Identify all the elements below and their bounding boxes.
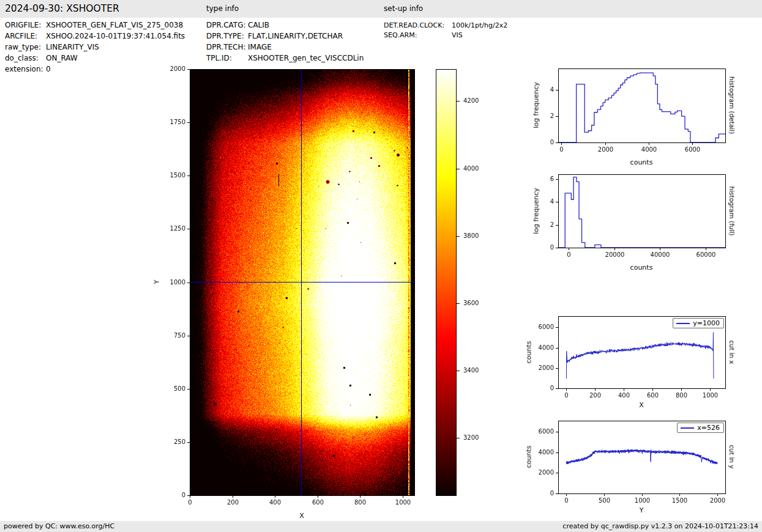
legend-label: y=1000 [693, 319, 720, 327]
field-label: ARCFILE: [5, 32, 37, 40]
field-label: extension: [5, 65, 43, 73]
field-label: DPR.TECH: [206, 43, 246, 51]
file-info-row: ARCFILE:XSHOO.2024-10-01T19:37:41.054.fi… [5, 32, 37, 40]
ccd-image-plot [159, 61, 422, 517]
legend-line-swatch [676, 323, 690, 324]
main-y-axis-label: Y [153, 280, 161, 284]
file-info-row: do_class:ON_RAW [5, 54, 39, 62]
field-value: 100k/1pt/hg/2x2 [452, 21, 507, 29]
cut-y-y-label: counts [525, 446, 533, 468]
type-info-row: DPR.CATG:CALIB [206, 21, 246, 29]
legend-label: x=526 [697, 424, 720, 432]
file-info-row: ORIGFILE:XSHOOTER_GEN_FLAT_VIS_275_0038 [5, 21, 41, 29]
cut-in-x-plot [526, 309, 762, 410]
cut-x-legend: y=1000 [673, 318, 724, 328]
cut-y-x-label: Y [640, 506, 644, 514]
qc-report-page: 2024-09-30: XSHOOTER type info set-up in… [0, 0, 762, 532]
field-value: FLAT,LINEARITY,DETCHAR [248, 32, 343, 40]
field-label: DET.READ.CLOCK: [384, 21, 444, 29]
field-value: XSHOO.2024-10-01T19:37:41.054.fits [46, 32, 185, 40]
main-x-axis-label: X [299, 512, 304, 520]
field-label: do_class: [5, 54, 39, 62]
colorbar [428, 61, 496, 517]
field-value: XSHOOTER_GEN_FLAT_VIS_275_0038 [46, 21, 183, 29]
field-label: SEQ.ARM: [384, 31, 417, 39]
hist-detail-x-label: counts [630, 158, 653, 166]
footer-bar: powered by QC: www.eso.org/HC created by… [0, 521, 762, 532]
setup-info-row: SEQ.ARM:VIS [384, 31, 417, 39]
hist-full-x-label: counts [630, 264, 653, 272]
hist-full-side-label: histogram (full) [728, 187, 736, 236]
hist-detail-side-label: histogram (detail) [728, 76, 736, 134]
field-value: LINEARITY_VIS [46, 43, 99, 51]
setup-info-heading: set-up info [384, 0, 423, 18]
type-info-row: DPR.TYPE:FLAT,LINEARITY,DETCHAR [206, 32, 244, 40]
field-value: VIS [452, 31, 463, 39]
histogram-detail-plot [526, 61, 762, 162]
cut-x-side-label: cut in x [728, 340, 736, 364]
cut-in-y-plot [526, 413, 762, 514]
footer-created-by: created by qc_rawdisp.py v1.2.3 on 2024-… [562, 521, 758, 532]
hist-full-y-label: log frequency [532, 188, 540, 234]
page-title: 2024-09-30: XSHOOTER [5, 0, 119, 18]
cut-y-side-label: cut in y [728, 445, 736, 468]
field-label: DPR.TYPE: [206, 32, 244, 40]
file-info-row: extension:0 [5, 65, 43, 73]
cut-x-y-label: counts [525, 341, 533, 364]
setup-info-row: DET.READ.CLOCK:100k/1pt/hg/2x2 [384, 21, 444, 29]
histogram-full-plot [526, 167, 762, 268]
legend-line-swatch [681, 427, 694, 429]
type-info-row: DPR.TECH:IMAGE [206, 43, 246, 51]
field-value: 0 [46, 65, 51, 73]
hist-detail-y-label: log frequency [532, 82, 540, 128]
footer-credit-qc: powered by QC: www.eso.org/HC [4, 521, 114, 532]
field-label: raw_type: [5, 43, 41, 51]
field-label: ORIGFILE: [5, 21, 41, 29]
top-bar: 2024-09-30: XSHOOTER type info set-up in… [0, 0, 762, 18]
file-info-row: raw_type:LINEARITY_VIS [5, 43, 41, 51]
cut-x-x-label: X [639, 401, 644, 409]
field-label: DPR.CATG: [206, 21, 246, 29]
cut-y-legend: x=526 [677, 423, 724, 433]
field-value: ON_RAW [46, 54, 78, 62]
field-value: IMAGE [248, 43, 272, 51]
type-info-heading: type info [206, 0, 239, 18]
field-value: CALIB [248, 21, 269, 29]
